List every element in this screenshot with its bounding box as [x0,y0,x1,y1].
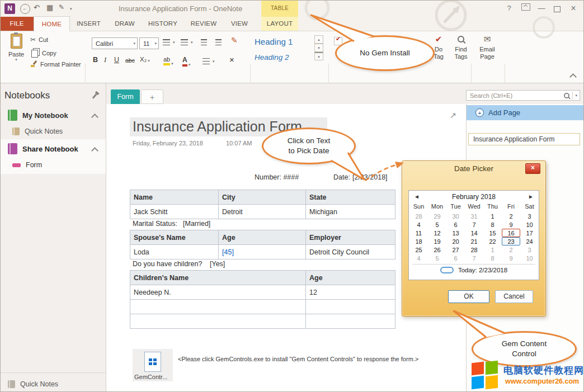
spouse-header-age[interactable]: Age [219,230,306,245]
applicant-header-state[interactable]: State [306,190,395,205]
clear-formatting-button[interactable]: × [229,55,234,64]
ribbon-options-icon[interactable] [519,3,533,13]
child-name-cell[interactable]: Needeep N. [130,285,306,300]
page-list-item[interactable]: Insurance Application Form [468,133,580,145]
highlight-pen-icon[interactable]: ✎ [231,36,238,45]
calendar-today-row[interactable]: Today: 2/23/2018 [409,267,539,273]
tab-draw[interactable]: DRAW [107,17,142,31]
page-tab-form[interactable]: Form [111,89,140,104]
calendar-day[interactable]: 20 [446,237,465,245]
calendar-day[interactable]: 2 [502,212,520,220]
sidebar-item-share-notebook[interactable]: Share Notebook [0,140,106,157]
calendar-day[interactable]: 3 [520,212,539,220]
calendar-day[interactable]: 12 [428,229,446,237]
font-size-select[interactable]: 11 ▾ [139,37,159,49]
date-picker-close-button[interactable]: × [525,163,540,174]
tab-layout[interactable]: LAYOUT [261,17,298,31]
child-name-cell-empty2[interactable] [130,314,306,329]
children-header-age[interactable]: Age [306,271,395,285]
style-heading2[interactable]: Heading 2 [255,53,289,62]
calendar-day[interactable]: 26 [428,245,446,254]
calendar-day[interactable]: 5 [428,220,446,229]
calendar-day[interactable]: 5 [428,254,446,262]
calendar-day[interactable]: 1 [483,245,502,254]
calendar-day[interactable]: 18 [409,237,428,245]
subscript-button[interactable]: X₂ ▾ [140,56,150,63]
number-field[interactable]: Number: #### [255,173,299,181]
tab-history[interactable]: HISTORY [142,17,183,31]
tab-view[interactable]: VIEW [224,17,255,31]
applicant-header-city[interactable]: City [219,190,306,205]
spouse-header-employer[interactable]: Employer [306,230,395,245]
calendar-day[interactable]: 15 [483,229,502,237]
underline-button[interactable]: U [114,56,119,64]
my-notebook-chevron-icon[interactable] [91,114,98,121]
collapse-ribbon-icon[interactable] [571,72,576,82]
calendar-day[interactable]: 10 [520,220,539,229]
sidebar-item-my-notebook[interactable]: My Notebook [0,107,106,124]
calendar-day[interactable]: 19 [428,237,446,245]
paste-button[interactable]: Paste ▾ [4,34,28,62]
dock-icon[interactable]: ▦ [46,3,53,12]
search-input[interactable] [469,92,563,100]
calendar-day[interactable]: 28 [465,245,483,254]
close-button[interactable]: × [567,3,580,13]
email-page-button[interactable]: ✉ Email Page [473,34,501,60]
tab-file[interactable]: FILE [0,17,34,31]
text-highlight-button[interactable]: ab ▾ [163,56,173,65]
calendar-day[interactable]: 22 [483,237,502,245]
calendar-day[interactable]: 4 [409,220,428,229]
sidebar-footer-quick-notes[interactable]: Quick Notes [0,376,106,392]
sidebar-item-quick-notes[interactable]: Quick Notes [0,124,106,139]
qat-caret-icon[interactable]: ▾ [70,7,72,11]
find-tags-button[interactable]: Find Tags [451,34,471,60]
spouse-header-name[interactable]: Spouse's Name [130,230,219,245]
spouse-employer-cell[interactable]: Detroit City Council [306,245,395,259]
pen-tool-icon[interactable]: ✎ [59,3,64,11]
calendar-day[interactable]: 21 [465,237,483,245]
calendar-day[interactable]: 14 [465,229,483,237]
bold-button[interactable]: B [93,56,98,64]
calendar-day[interactable]: 31 [465,212,483,220]
calendar-day[interactable]: 9 [502,254,520,262]
calendar-day[interactable]: 30 [446,212,465,220]
search-icon[interactable] [564,93,570,98]
cut-button[interactable]: ✂ Cut [30,36,48,44]
strikethrough-button[interactable]: abc [125,57,135,64]
calendar-day[interactable]: 2 [502,245,520,254]
calendar-day[interactable]: 16 [502,229,520,237]
increase-indent-button[interactable] [215,39,222,45]
calendar-day[interactable]: 3 [520,245,539,254]
calendar-day[interactable]: 13 [446,229,465,237]
new-page-tab-button[interactable]: + [141,89,163,104]
tab-insert[interactable]: INSERT [70,17,107,31]
marital-status-value[interactable]: [Married] [183,220,210,228]
styles-more-icon[interactable]: ▼ [314,52,323,60]
italic-button[interactable]: I [104,56,106,64]
calendar-day[interactable]: 1 [483,212,502,220]
copy-button[interactable]: Copy [30,48,56,58]
font-color-button[interactable]: A ▾ [182,56,190,67]
undo-icon[interactable]: ↶ [34,3,40,12]
applicant-city-cell[interactable]: Detroit [219,205,306,219]
calendar-day[interactable]: 4 [409,254,428,262]
search-scope-caret-icon[interactable]: ▾ [575,93,577,97]
styles-scroll-up-icon[interactable]: ▲ [314,35,323,44]
calendar-day[interactable]: 9 [502,220,520,229]
child-name-cell-empty[interactable] [130,300,306,314]
tab-review[interactable]: REVIEW [183,17,224,31]
calendar-day[interactable]: 6 [446,220,465,229]
calendar-next-icon[interactable]: ► [528,193,534,200]
calendar-day[interactable]: 7 [465,220,483,229]
children-header-name[interactable]: Children's Name [130,271,306,285]
sidebar-item-form[interactable]: Form [0,158,106,172]
search-box[interactable]: ▾ [466,90,580,101]
children-question-value[interactable]: [Yes] [210,260,225,268]
back-icon[interactable]: ← [20,4,30,14]
calendar-day[interactable]: 29 [428,212,446,220]
spouse-name-cell[interactable]: Loda [130,245,219,259]
minimize-button[interactable]: — [535,3,548,13]
font-select[interactable]: Calibri ▾ [92,37,138,49]
numbering-button[interactable]: ▾ [181,39,193,45]
child-age-cell[interactable]: 12 [306,285,395,300]
